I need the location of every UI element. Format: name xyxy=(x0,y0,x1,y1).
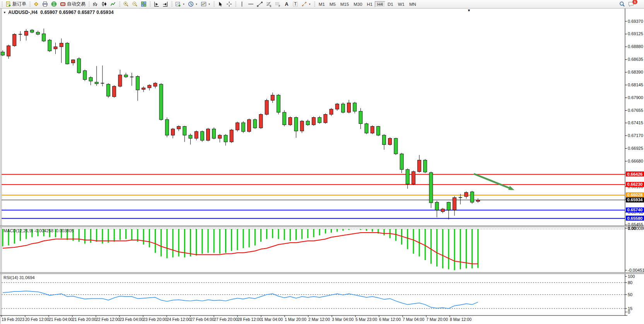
candlestick xyxy=(242,123,245,132)
macd-axis-min-label: -0.004519 xyxy=(628,268,644,273)
chart-shift-button[interactable] xyxy=(161,0,170,9)
shift-icon xyxy=(162,1,168,7)
candlestick xyxy=(113,86,116,97)
search-button[interactable] xyxy=(618,0,627,9)
channel-icon: F xyxy=(275,1,280,7)
new-order-button[interactable]: 新订单 xyxy=(4,0,28,9)
candlestick xyxy=(300,121,304,131)
candlestick xyxy=(453,197,456,210)
timeframe-h1-button[interactable]: H1 xyxy=(365,1,375,7)
candlestick xyxy=(341,104,345,113)
zoom-in-button[interactable] xyxy=(121,0,130,9)
print-button[interactable] xyxy=(41,0,50,9)
arrows-button[interactable]: ▼ xyxy=(300,0,313,9)
tile-windows-button[interactable] xyxy=(139,0,148,9)
candlestick xyxy=(371,126,374,133)
new-chart-button[interactable]: ▼ xyxy=(174,0,186,9)
metaeditor-button[interactable] xyxy=(32,0,41,9)
timeframe-mn-button[interactable]: MN xyxy=(407,1,419,7)
horizontal-line-button[interactable] xyxy=(246,0,255,9)
time-axis-label: 21 Feb 20:00 xyxy=(72,317,96,322)
hline-icon xyxy=(248,1,254,7)
candlestick xyxy=(470,192,474,202)
trendline-button[interactable] xyxy=(255,0,264,9)
line-chart-button[interactable] xyxy=(109,0,118,9)
templates-button[interactable]: ▼ xyxy=(199,0,212,9)
timeframe-h4-button[interactable]: H4 xyxy=(375,1,385,7)
periods-dropdown-caret[interactable]: ▼ xyxy=(195,3,198,5)
time-axis-label: 8 Mar 12:00 xyxy=(450,317,471,322)
auto-scroll-button[interactable] xyxy=(152,0,161,9)
time-axis-label: 3 Mar 04:00 xyxy=(332,317,354,322)
fibonacci-button[interactable]: E xyxy=(264,0,273,9)
toolbar-group-handle[interactable] xyxy=(235,2,236,7)
candlestick xyxy=(83,71,87,80)
autoscroll-icon xyxy=(154,1,159,7)
timeframe-m30-button[interactable]: M30 xyxy=(351,1,364,7)
toolbar-group-handle[interactable] xyxy=(89,2,90,7)
zoom-out-button[interactable] xyxy=(130,0,139,9)
candlestick xyxy=(306,121,309,125)
timeframe-w1-button[interactable]: W1 xyxy=(396,1,407,7)
text-button[interactable]: A xyxy=(282,0,291,9)
templates-dropdown-caret[interactable]: ▼ xyxy=(208,3,210,5)
candlestick xyxy=(230,130,233,142)
bar-chart-button[interactable] xyxy=(91,0,100,9)
linechart-icon xyxy=(110,1,116,7)
candlestick xyxy=(435,202,439,210)
candlestick xyxy=(277,95,280,112)
scroll-to-end-marker[interactable]: ▼ xyxy=(467,9,471,12)
chart-canvas[interactable] xyxy=(0,0,644,324)
candlestick xyxy=(271,95,274,100)
toolbar-group-handle[interactable] xyxy=(314,2,315,7)
toolbar-group-handle[interactable] xyxy=(214,2,215,7)
toolbar-group-handle[interactable] xyxy=(119,2,120,7)
candlestick-chart-button[interactable] xyxy=(100,0,109,9)
vline-icon xyxy=(239,1,245,7)
candlestick xyxy=(48,40,51,51)
candlestick xyxy=(359,111,362,123)
candlestick xyxy=(412,171,415,184)
new-chart-dropdown-caret[interactable]: ▼ xyxy=(183,3,185,5)
timeframe-m15-button[interactable]: M15 xyxy=(338,1,351,7)
channel-button[interactable]: F xyxy=(273,0,282,9)
main-toolbar: 新订单自动交易▼▼▼EFAT▼M1M5M15M30H1H4D1W1MN1 xyxy=(0,0,644,9)
candlestick xyxy=(207,129,210,141)
crosshair-button[interactable] xyxy=(225,0,234,9)
toolbar-group-handle[interactable] xyxy=(171,2,173,7)
autotrading-label: 自动交易 xyxy=(67,1,85,7)
price-line-label: 0.66230 xyxy=(626,182,644,187)
candlestick xyxy=(294,118,298,131)
candlestick xyxy=(253,120,257,128)
candlestick xyxy=(424,160,427,172)
mt4-window: 新订单自动交易▼▼▼EFAT▼M1M5M15M30H1H4D1W1MN1 ▼AU… xyxy=(0,0,644,324)
fibo-icon: E xyxy=(266,1,272,7)
text-label-button[interactable]: T xyxy=(291,0,300,9)
periods-button[interactable]: ▼ xyxy=(186,0,199,9)
vertical-line-button[interactable] xyxy=(237,0,246,9)
toolbar-group-handle[interactable] xyxy=(29,2,31,7)
candlestick xyxy=(224,135,227,142)
candlestick xyxy=(394,138,398,154)
rsi-axis-level-label: 0 xyxy=(628,310,630,314)
cursor-button[interactable] xyxy=(216,0,225,9)
price-axis-tick-label: 0.67170 xyxy=(628,133,643,138)
autotrading-button[interactable]: 自动交易 xyxy=(58,0,87,9)
macd-axis-zero-label: 0.00 xyxy=(628,226,636,231)
timeframe-d1-button[interactable]: D1 xyxy=(385,1,396,7)
notifications-button[interactable]: 1 xyxy=(627,0,642,9)
candlestick xyxy=(312,118,316,125)
candlestick xyxy=(171,129,174,135)
bars-icon xyxy=(92,1,98,7)
chevron-down-icon[interactable]: ▼ xyxy=(3,11,6,14)
candlestick xyxy=(418,160,421,172)
print-icon xyxy=(42,1,48,7)
toolbar-group-handle[interactable] xyxy=(2,2,3,7)
arrows-dropdown-caret[interactable]: ▼ xyxy=(309,3,311,5)
text-a-icon: A xyxy=(284,1,289,7)
timeframe-m1-button[interactable]: M1 xyxy=(316,1,327,7)
signals-button[interactable] xyxy=(50,0,58,9)
timeframe-m5-button[interactable]: M5 xyxy=(327,1,338,7)
price-axis-tick-label: 0.68880 xyxy=(628,44,643,49)
toolbar-group-handle[interactable] xyxy=(150,2,151,7)
